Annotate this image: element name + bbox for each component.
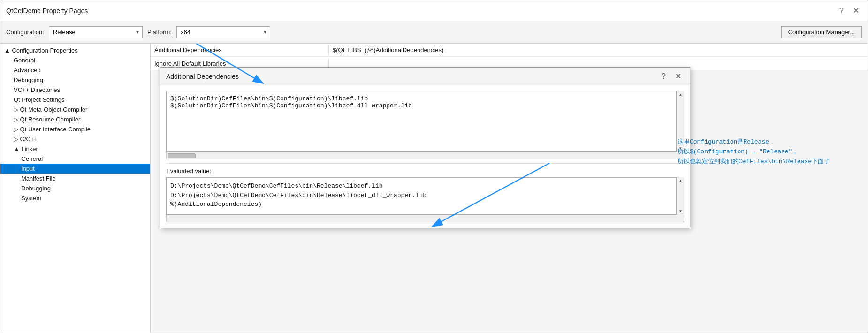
sidebar-item-debugging[interactable]: Debugging [0,75,150,85]
config-bar: Configuration: Release ▼ Platform: x64 ▼… [0,21,868,44]
configuration-label: Configuration: [6,29,44,36]
sidebar-item-advanced[interactable]: Advanced [0,65,150,75]
sidebar-item-qt-ui[interactable]: ▷ Qt User Interface Compile [0,124,150,134]
sidebar-item-config-properties[interactable]: ▲ Configuration Properties [0,45,150,55]
eval-label: Evaluated value: [166,167,684,174]
annotation-text-block: 这里Configuration是Release， 所以$(Configurati… [678,137,830,166]
eval-line-3: %(AdditionalDependencies) [170,200,672,209]
popup-title: Additional Dependencies [166,73,239,80]
eval-hscrollbar[interactable] [166,215,684,222]
annotation-line-2: 所以$(Configuration) = "Release"， [678,147,830,157]
popup-vscrollbar[interactable]: ▲ ▼ [677,91,684,152]
sidebar-item-qt-meta[interactable]: ▷ Qt Meta-Object Compiler [0,105,150,114]
annotation-line-3: 所以也就定位到我们的CefFiles\bin\Release下面了 [678,157,830,167]
sidebar-tree: ▲ Configuration PropertiesGeneralAdvance… [0,44,151,333]
sidebar-item-system[interactable]: System [0,193,150,203]
title-bar-controls: ? ✕ [837,5,862,16]
eval-content-row: D:\Projects\Demo\QtCefDemo\CefFiles\bin\… [166,177,684,215]
eval-vscrollbar[interactable]: ▲ ▼ [677,177,684,215]
eval-line-2: D:\Projects\Demo\QtCefDemo\CefFiles\bin\… [170,191,672,200]
popup-title-bar: Additional Dependencies ? ✕ [160,68,690,85]
platform-select[interactable]: x64 [176,26,270,38]
sidebar-item-linker[interactable]: ▲ Linker [0,144,150,154]
annotation-line-1: 这里Configuration是Release， [678,137,830,147]
sidebar-item-qt-project[interactable]: Qt Project Settings [0,95,150,105]
popup-controls: ? ✕ [659,71,684,82]
platform-select-wrapper: x64 ▼ [176,26,270,38]
right-panel: Additional Dependencies $(Qt_LIBS_);%(Ad… [151,44,868,333]
popup-hscrollbar[interactable] [166,152,684,159]
sidebar-item-cpp[interactable]: ▷ C/C++ [0,134,150,144]
dialog-window: QtCefDemo Property Pages ? ✕ Configurati… [0,0,868,333]
sidebar-item-qt-resource[interactable]: ▷ Qt Resource Compiler [0,114,150,124]
eval-vscroll-up-icon[interactable]: ▲ [678,177,684,184]
sidebar-item-general[interactable]: General [0,55,150,65]
popup-close-button[interactable]: ✕ [672,71,684,82]
main-content: ▲ Configuration PropertiesGeneralAdvance… [0,44,868,333]
dialog-title: QtCefDemo Property Pages [6,7,88,15]
vscroll-up-icon[interactable]: ▲ [678,91,684,98]
sidebar-item-linker-input[interactable]: Input [0,164,150,174]
sidebar-item-vc-dirs[interactable]: VC++ Directories [0,85,150,95]
sidebar-item-manifest-file[interactable]: Manifest File [0,174,150,183]
sidebar-item-debugging2[interactable]: Debugging [0,183,150,193]
eval-scrollarea: D:\Projects\Demo\QtCefDemo\CefFiles\bin\… [166,177,677,215]
configuration-select-wrapper: Release ▼ [49,26,143,38]
popup-overlay: Additional Dependencies ? ✕ $(SolutionDi… [151,44,868,333]
sidebar-item-linker-general[interactable]: General [0,154,150,164]
platform-label: Platform: [147,29,172,36]
popup-textarea-row: $(SolutionDir)CefFiles\bin\$(Configurati… [166,91,684,152]
configuration-select[interactable]: Release [49,26,143,38]
eval-section: Evaluated value: D:\Projects\Demo\QtCefD… [166,163,684,222]
vscroll-down-icon[interactable]: ▼ [678,145,684,152]
config-manager-button[interactable]: Configuration Manager... [781,26,862,38]
title-bar: QtCefDemo Property Pages ? ✕ [0,0,868,21]
popup-hscroll-thumb[interactable] [168,153,196,158]
additional-deps-dialog: Additional Dependencies ? ✕ $(SolutionDi… [160,67,690,228]
eval-line-1: D:\Projects\Demo\QtCefDemo\CefFiles\bin\… [170,182,672,191]
help-button[interactable]: ? [837,6,846,16]
popup-content: $(SolutionDir)CefFiles\bin\$(Configurati… [160,85,690,228]
close-button[interactable]: ✕ [850,5,862,16]
eval-vscroll-down-icon[interactable]: ▼ [678,208,684,215]
popup-help-button[interactable]: ? [659,71,669,82]
dependencies-textarea[interactable]: $(SolutionDir)CefFiles\bin\$(Configurati… [166,91,677,152]
